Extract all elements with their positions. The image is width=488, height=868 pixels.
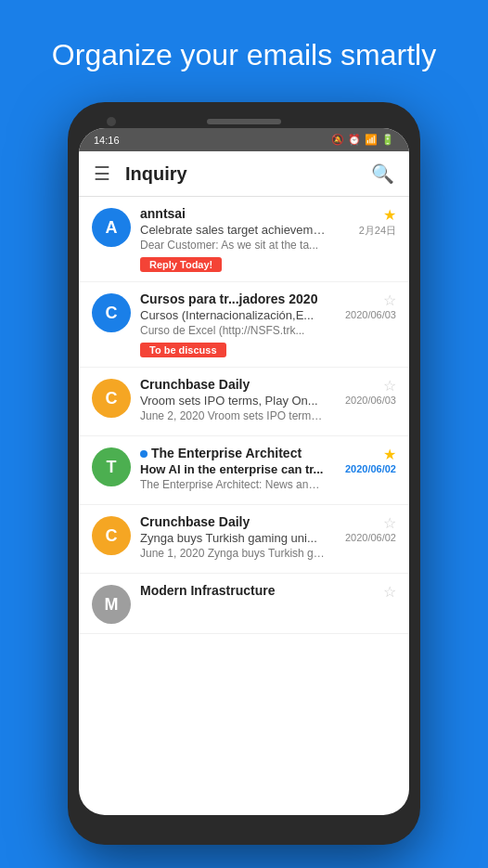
status-time: 14:16 (94, 135, 120, 146)
email-content-2: Cursos para tr...jadores 2020 Cursos (In… (140, 291, 326, 357)
email-item-5[interactable]: C Crunchbase Daily Zynga buys Turkish ga… (79, 505, 409, 574)
email-tag-2: To be discuss (140, 343, 226, 357)
email-date-3: 2020/06/03 (345, 395, 396, 406)
email-preview-4: The Enterprise Architect: News and exper… (140, 478, 326, 491)
subject-row-4: The Enterprise Architect (140, 446, 326, 462)
email-meta-1: ★ 2月24日 (331, 206, 396, 241)
email-sender-6: Modern Infrastructure (140, 583, 326, 598)
email-content-3: Crunchbase Daily Vroom sets IPO terms, P… (140, 377, 326, 426)
email-sender-1: anntsai (140, 206, 326, 221)
page-title: Organize your emails smartly (0, 0, 488, 91)
email-subject-2: Cursos (Internacionalización,E... (140, 308, 326, 322)
phone-camera (107, 117, 116, 126)
email-meta-4: ★ 2020/06/02 (331, 446, 396, 478)
star-icon-3[interactable]: ☆ (383, 377, 396, 395)
email-subject-5: Zynga buys Turkish gaming uni... (140, 531, 326, 545)
email-preview-3: June 2, 2020 Vroom sets IPO terms (http:… (140, 409, 326, 422)
email-list: A anntsai Celebrate sales target achieve… (79, 197, 409, 815)
email-content-6: Modern Infrastructure (140, 583, 326, 600)
mute-icon: 🔕 (331, 134, 344, 146)
email-content-5: Crunchbase Daily Zynga buys Turkish gami… (140, 514, 326, 564)
phone-frame: 14:16 🔕 ⏰ 📶 🔋 ☰ Inquiry 🔍 A anntsai Cele… (68, 102, 420, 845)
email-item-2[interactable]: C Cursos para tr...jadores 2020 Cursos (… (79, 282, 409, 368)
star-icon-4[interactable]: ★ (383, 446, 396, 463)
email-item-1[interactable]: A anntsai Celebrate sales target achieve… (79, 197, 409, 282)
email-sender-3: Crunchbase Daily (140, 377, 326, 392)
email-subject-4: How AI in the enterprise can tr... (140, 462, 326, 476)
inbox-title: Inquiry (125, 163, 371, 185)
star-icon-1[interactable]: ★ (383, 206, 396, 224)
app-header: ☰ Inquiry 🔍 (79, 151, 409, 197)
star-icon-2[interactable]: ☆ (383, 291, 396, 309)
status-bar: 14:16 🔕 ⏰ 📶 🔋 (79, 128, 409, 151)
email-preview-5: June 1, 2020 Zynga buys Turkish gaming u… (140, 547, 326, 560)
email-tag-1: Reply Today! (140, 257, 222, 272)
email-date-2: 2020/06/03 (345, 309, 396, 320)
phone-notch (79, 113, 409, 128)
email-date-4: 2020/06/02 (345, 463, 396, 474)
star-icon-5[interactable]: ☆ (383, 514, 396, 532)
email-item-3[interactable]: C Crunchbase Daily Vroom sets IPO terms,… (79, 368, 409, 436)
email-sender-5: Crunchbase Daily (140, 514, 326, 529)
unread-dot-4 (140, 450, 148, 458)
email-sender-2: Cursos para tr...jadores 2020 (140, 291, 326, 306)
signal-icon: 📶 (365, 134, 378, 146)
email-subject-3: Vroom sets IPO terms, Play On... (140, 394, 326, 408)
avatar-4: T (92, 447, 131, 486)
status-icons: 🔕 ⏰ 📶 🔋 (331, 134, 394, 146)
email-meta-2: ☆ 2020/06/03 (331, 291, 396, 324)
menu-button[interactable]: ☰ (94, 162, 110, 185)
email-content-4: The Enterprise Architect How AI in the e… (140, 446, 326, 495)
email-meta-6: ☆ (331, 583, 396, 601)
alarm-icon: ⏰ (348, 134, 361, 146)
email-sender-4: The Enterprise Architect (151, 446, 302, 460)
email-preview-2: Curso de Excel (http://NSFS.trk... (140, 324, 326, 337)
email-preview-1: Dear Customer: As we sit at the ta... (140, 239, 326, 252)
email-item-4[interactable]: T The Enterprise Architect How AI in the… (79, 436, 409, 505)
avatar-3: C (92, 379, 131, 418)
avatar-5: C (92, 516, 131, 555)
search-button[interactable]: 🔍 (371, 162, 394, 185)
phone-screen: 14:16 🔕 ⏰ 📶 🔋 ☰ Inquiry 🔍 A anntsai Cele… (79, 128, 409, 815)
email-date-1: 2月24日 (359, 224, 396, 238)
email-item-6[interactable]: M Modern Infrastructure ☆ (79, 574, 409, 634)
star-icon-6[interactable]: ☆ (383, 583, 396, 601)
avatar-2: C (92, 293, 131, 332)
phone-speaker (207, 119, 281, 124)
avatar-6: M (92, 585, 131, 624)
email-subject-1: Celebrate sales target achievement! (140, 223, 326, 237)
email-meta-3: ☆ 2020/06/03 (331, 377, 396, 409)
email-meta-5: ☆ 2020/06/02 (331, 514, 396, 547)
email-date-5: 2020/06/02 (345, 532, 396, 543)
battery-icon: 🔋 (381, 134, 394, 146)
avatar-1: A (92, 208, 131, 247)
email-content-1: anntsai Celebrate sales target achieveme… (140, 206, 326, 272)
